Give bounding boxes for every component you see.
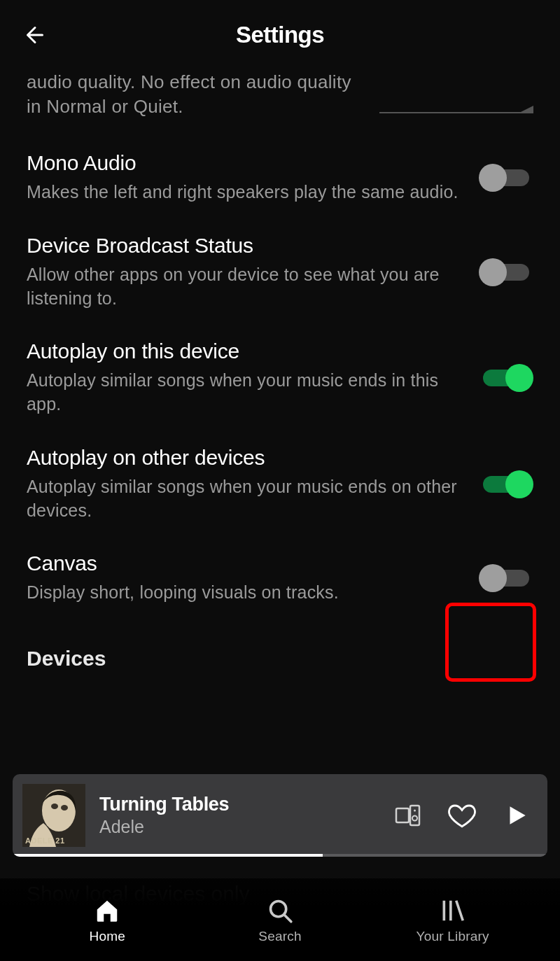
search-icon xyxy=(266,897,294,925)
mono-audio-row: Mono Audio Makes the left and right spea… xyxy=(0,137,560,220)
autoplay-this-device-row: Autoplay on this device Autoplay similar… xyxy=(0,325,560,432)
progress-fill xyxy=(13,854,323,857)
settings-header: Settings xyxy=(0,0,560,70)
home-icon xyxy=(93,897,121,925)
svg-point-7 xyxy=(412,816,417,821)
autoplay-this-device-toggle[interactable] xyxy=(479,364,533,392)
svg-point-3 xyxy=(61,805,68,811)
svg-point-2 xyxy=(51,804,58,809)
album-label: ADELE 21 xyxy=(25,836,65,845)
svg-line-12 xyxy=(456,901,463,921)
devices-icon xyxy=(393,801,421,829)
device-broadcast-title: Device Broadcast Status xyxy=(27,234,465,258)
mono-audio-title: Mono Audio xyxy=(27,151,465,175)
autoplay-other-devices-row: Autoplay on other devices Autoplay simil… xyxy=(0,432,560,538)
now-playing-artist: Adele xyxy=(99,817,392,837)
nav-search-label: Search xyxy=(258,929,301,944)
autoplay-this-device-title: Autoplay on this device xyxy=(27,339,465,363)
back-button[interactable] xyxy=(20,20,50,50)
album-art: ADELE 21 xyxy=(22,784,85,847)
canvas-row: Canvas Display short, looping visuals on… xyxy=(0,538,560,620)
autoplay-this-device-desc: Autoplay similar songs when your music e… xyxy=(27,369,465,416)
now-playing-text: Turning Tables Adele xyxy=(95,794,392,837)
svg-point-6 xyxy=(414,810,416,812)
page-title: Settings xyxy=(236,22,324,48)
nav-library[interactable]: Your Library xyxy=(390,897,516,944)
play-button[interactable] xyxy=(501,800,532,831)
device-broadcast-toggle[interactable] xyxy=(479,258,533,286)
canvas-title: Canvas xyxy=(27,552,465,575)
device-broadcast-row: Device Broadcast Status Allow other apps… xyxy=(0,220,560,326)
nav-search[interactable]: Search xyxy=(217,897,343,944)
arrow-left-icon xyxy=(22,22,48,48)
svg-line-9 xyxy=(284,915,291,922)
device-broadcast-desc: Allow other apps on your device to see w… xyxy=(27,263,465,311)
previous-setting-desc: audio quality. No effect on audio qualit… xyxy=(27,70,365,119)
svg-rect-4 xyxy=(396,808,409,822)
nav-library-label: Your Library xyxy=(416,929,489,944)
canvas-toggle[interactable] xyxy=(479,564,533,592)
nav-home-label: Home xyxy=(90,929,125,944)
previous-setting-row: audio quality. No effect on audio qualit… xyxy=(0,70,560,137)
canvas-desc: Display short, looping visuals on tracks… xyxy=(27,581,465,605)
heart-icon xyxy=(447,801,477,830)
quality-slider[interactable] xyxy=(379,105,533,119)
mono-audio-desc: Makes the left and right speakers play t… xyxy=(27,181,465,204)
nav-home[interactable]: Home xyxy=(44,897,170,944)
now-playing-title: Turning Tables xyxy=(99,794,392,815)
mono-audio-toggle[interactable] xyxy=(479,164,533,192)
autoplay-other-devices-desc: Autoplay similar songs when your music e… xyxy=(27,475,465,523)
autoplay-other-devices-toggle[interactable] xyxy=(479,470,533,498)
autoplay-other-devices-title: Autoplay on other devices xyxy=(27,446,465,470)
like-button[interactable] xyxy=(447,800,477,831)
now-playing-bar[interactable]: ADELE 21 Turning Tables Adele xyxy=(13,774,547,857)
play-icon xyxy=(503,802,530,829)
devices-section-header: Devices xyxy=(0,620,560,680)
connect-devices-button[interactable] xyxy=(392,800,423,831)
library-icon xyxy=(439,897,467,925)
bottom-nav: Home Search Your Library xyxy=(0,878,560,961)
